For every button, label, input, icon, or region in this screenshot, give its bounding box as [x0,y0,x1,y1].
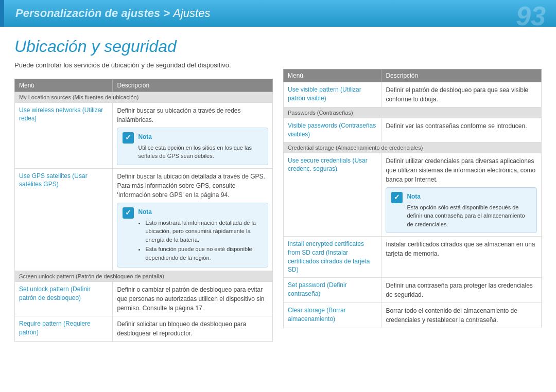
menu-visible-passwords[interactable]: Visible passwords (Contraseñas visibles) [284,118,381,142]
menu-require-pattern[interactable]: Require pattern (Requiere patrón) [15,316,113,342]
section-unlock-label: Screen unlock pattern (Patrón de desbloq… [15,271,273,282]
left-column: Ubicación y seguridad Puede controlar lo… [14,37,273,342]
nota-secure-cred: ✓ Nota Esta opción sólo está disponible … [386,187,537,234]
table-row: Visible passwords (Contraseñas visibles)… [284,118,542,142]
menu-gps[interactable]: Use GPS satellites (Usar satélites GPS) [15,168,113,271]
nota-wireless: ✓ Nota Utilice esta opción en los sitios… [117,128,268,165]
nota-text: Utilice esta opción en los sitios en los… [138,144,263,161]
desc-wireless: Definir buscar su ubicación a través de … [113,102,273,168]
nota-icon-secure: ✓ [391,192,403,203]
desc-install-encrypted: Instalar certificados cifrados que se al… [381,237,542,278]
section-location-label: My Location sources (Mis fuentes de ubic… [15,92,273,102]
left-col-menu-header: Menú [15,79,113,92]
table-row: Set password (Definir contraseña) Defini… [284,278,542,303]
menu-wireless[interactable]: Use wireless networks (Utilizar redes) [15,102,113,168]
menu-install-encrypted[interactable]: Install encrypted certificates from SD c… [284,237,381,278]
top-bar: Personalización de ajustes > Ajustes 93 [0,0,556,27]
menu-secure-credentials[interactable]: Use secure credentials (Usar credenc. se… [284,153,381,237]
desc-visible-pattern: Definir el patrón de desbloqueo para que… [381,82,542,108]
table-row: Use visible pattern (Utilizar patrón vis… [284,82,542,108]
left-col-desc-header: Descripción [113,79,273,92]
menu-set-unlock[interactable]: Set unlock pattern (Definir patrón de de… [15,282,113,316]
nota-secure-title: Nota [407,192,531,201]
section-unlock-pattern: Screen unlock pattern (Patrón de desbloq… [15,271,273,282]
nota-icon-gps: ✓ [123,207,134,219]
left-table: Menú Descripción My Location sources (Mi… [14,79,273,342]
nota-gps-title: Nota [138,207,263,217]
breadcrumb: Personalización de ajustes > Ajustes [10,7,210,20]
nota-gps: ✓ Nota Esto mostrará la información deta… [117,203,268,268]
table-row: Use GPS satellites (Usar satélites GPS) … [15,168,273,271]
nota-gps-text: Esto mostrará la información detallada d… [138,219,263,262]
menu-clear-storage[interactable]: Clear storage (Borrar almacenamiento) [284,303,381,328]
desc-gps: Definir buscar la ubicación detallada a … [113,168,273,271]
table-row: Require pattern (Requiere patrón) Defini… [15,316,273,342]
wireless-cell: Definir buscar su ubicación a través de … [117,106,268,165]
right-col-menu-header: Menú [284,69,381,82]
gps-cell: Definir buscar la ubicación detallada a … [117,172,268,268]
desc-require-pattern: Definir solicitar un bloqueo de desbloqu… [113,316,273,342]
menu-visible-pattern[interactable]: Use visible pattern (Utilizar patrón vis… [284,82,381,108]
right-table: Menú Descripción Use visible pattern (Ut… [283,69,542,328]
nota-secure-content: Nota Esta opción sólo está disponible de… [407,192,531,229]
right-column: Menú Descripción Use visible pattern (Ut… [283,37,542,342]
breadcrumb-sub: Ajustes [173,7,210,20]
main-content: Ubicación y seguridad Puede controlar lo… [0,27,556,352]
desc-set-password: Definir una contraseña para proteger las… [381,278,542,303]
section-location-sources: My Location sources (Mis fuentes de ubic… [15,92,273,102]
nota-content: Nota Utilice esta opción en los sitios e… [138,132,263,161]
nota-secure-text: Esta opción sólo está disponible después… [407,203,531,229]
section-credential-label: Credential storage (Almacenamiento de cr… [284,142,542,153]
nota-title: Nota [138,132,263,141]
page-number: 93 [516,3,546,29]
table-row: Use secure credentials (Usar credenc. se… [284,153,542,237]
table-row: Clear storage (Borrar almacenamiento) Bo… [284,303,542,328]
menu-set-password[interactable]: Set password (Definir contraseña) [284,278,381,303]
table-row: Set unlock pattern (Definir patrón de de… [15,282,273,316]
desc-secure-credentials: Definir utilizar credenciales para diver… [381,153,542,237]
secure-cred-cell: Definir utilizar credenciales para diver… [386,156,537,234]
nota-gps-content: Nota Esto mostrará la información detall… [138,207,263,263]
page-title: Ubicación y seguridad [14,37,273,56]
intro-text: Puede controlar los servicios de ubicaci… [14,60,273,70]
section-passwords-label: Passwords (Contraseñas) [284,108,542,118]
section-credential: Credential storage (Almacenamiento de cr… [284,142,542,153]
desc-clear-storage: Borrar todo el contenido del almacenamie… [381,303,542,328]
top-bar-accent [0,0,4,27]
desc-set-unlock: Definir o cambiar el patrón de desbloque… [113,282,273,316]
table-row: Install encrypted certificates from SD c… [284,237,542,278]
right-col-desc-header: Descripción [381,69,542,82]
nota-icon: ✓ [123,132,134,144]
section-passwords: Passwords (Contraseñas) [284,108,542,118]
table-row: Use wireless networks (Utilizar redes) D… [15,102,273,168]
breadcrumb-main: Personalización de ajustes > [15,7,173,20]
desc-visible-passwords: Definir ver las contraseñas conforme se … [381,118,542,142]
